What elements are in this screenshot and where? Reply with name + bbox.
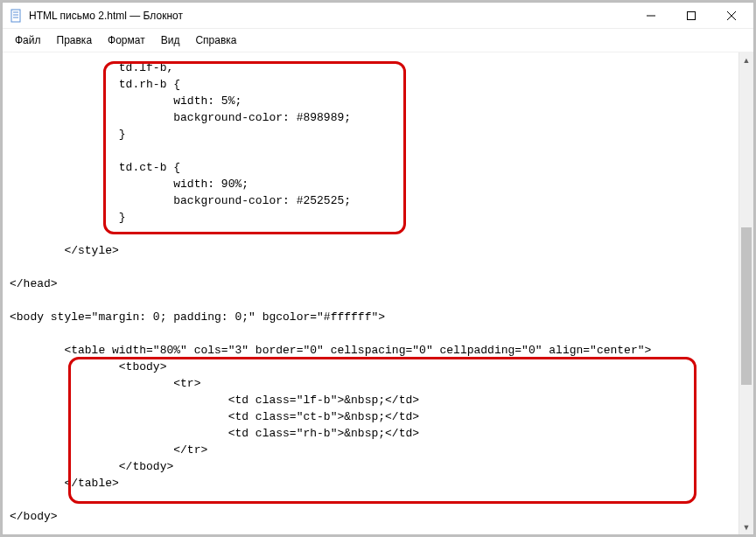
notepad-window: HTML письмо 2.html — Блокнот Файл Правка…: [2, 2, 754, 535]
code-line: td.rh-b {: [10, 78, 180, 91]
code-line: </head>: [10, 277, 58, 290]
editor-area: td.lf-b, td.rh-b { width: 5%; background…: [3, 52, 753, 534]
code-line: <td class="rh-b">&nbsp;</td>: [10, 427, 419, 440]
menu-file[interactable]: Файл: [8, 32, 48, 48]
code-line: width: 5%;: [10, 94, 242, 108]
code-line: td.ct-b {: [10, 161, 180, 174]
code-line: <table width="80%" cols="3" border="0" c…: [10, 344, 651, 357]
code-line: <tr>: [10, 377, 200, 390]
code-line: </style>: [10, 244, 119, 257]
menubar: Файл Правка Формат Вид Справка: [3, 29, 753, 52]
code-line: background-color: #898989;: [10, 111, 351, 124]
scroll-thumb[interactable]: [741, 227, 752, 385]
text-editor[interactable]: td.lf-b, td.rh-b { width: 5%; background…: [3, 52, 753, 534]
code-line: </table>: [10, 477, 119, 490]
menu-view[interactable]: Вид: [154, 32, 187, 48]
vertical-scrollbar[interactable]: ▲ ▼: [738, 52, 753, 534]
svg-rect-0: [11, 10, 20, 22]
close-button[interactable]: [711, 3, 752, 29]
notepad-icon: [10, 9, 24, 23]
window-controls: [631, 3, 752, 29]
code-line: <body style="margin: 0; padding: 0;" bgc…: [10, 310, 385, 324]
code-line: }: [10, 211, 126, 224]
code-line: </tr>: [10, 443, 207, 457]
code-line: </tbody>: [10, 460, 173, 473]
minimize-button[interactable]: [631, 3, 671, 29]
code-line: td.lf-b,: [10, 61, 173, 74]
menu-format[interactable]: Формат: [101, 32, 152, 48]
code-line: }: [10, 128, 126, 141]
scroll-up-arrow[interactable]: ▲: [739, 52, 753, 67]
scroll-down-arrow[interactable]: ▼: [739, 520, 753, 534]
code-line: background-color: #252525;: [10, 194, 351, 207]
code-line: </body>: [10, 510, 58, 523]
menu-help[interactable]: Справка: [188, 32, 243, 48]
svg-rect-5: [688, 11, 696, 19]
maximize-button[interactable]: [671, 3, 711, 29]
code-line: <tbody>: [10, 360, 166, 373]
code-line: <td class="lf-b">&nbsp;</td>: [10, 394, 419, 407]
window-title: HTML письмо 2.html — Блокнот: [29, 10, 631, 22]
menu-edit[interactable]: Правка: [50, 32, 100, 48]
code-line: <td class="ct-b">&nbsp;</td>: [10, 410, 419, 423]
code-line: width: 90%;: [10, 178, 248, 191]
titlebar[interactable]: HTML письмо 2.html — Блокнот: [3, 3, 753, 29]
